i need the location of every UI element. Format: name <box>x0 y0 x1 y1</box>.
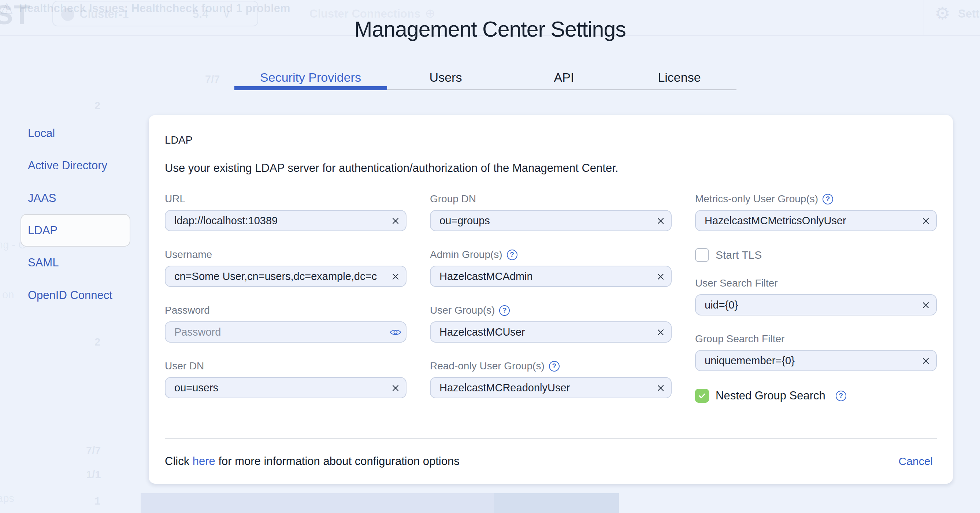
form-column-2: Group DN Admin Group(s)? Use <box>430 193 671 415</box>
nested-group-search-label: Nested Group Search <box>716 389 826 402</box>
background-text-fragment: aps <box>0 492 14 505</box>
tab-users[interactable]: Users <box>430 70 462 84</box>
sidebar-item-saml[interactable]: SAML <box>28 255 59 271</box>
sidebar-item-jaas[interactable]: JAAS <box>28 191 56 206</box>
username-input[interactable] <box>165 266 407 287</box>
field-label: User Group(s)? <box>430 304 671 317</box>
admin-groups-input[interactable] <box>430 266 671 287</box>
ldap-settings-card: LDAP Use your existing LDAP server for a… <box>149 115 953 484</box>
url-input[interactable] <box>165 210 407 231</box>
clear-icon[interactable] <box>920 300 932 311</box>
dimmed-background-page: ST Cluster-1 5.4 ∨ Cluster Connections⊕ … <box>0 0 980 17</box>
tab-license[interactable]: License <box>658 70 701 84</box>
background-table-band <box>494 493 619 513</box>
sidebar-item-ldap[interactable]: LDAP <box>28 223 57 238</box>
nested-group-search-row: Nested Group Search ? <box>695 389 937 403</box>
clear-icon[interactable] <box>655 271 667 282</box>
clear-icon[interactable] <box>390 271 401 282</box>
start-tls-row: Start TLS <box>695 248 937 262</box>
management-center-settings-screen: { "page": { "title": "Management Center … <box>0 0 980 513</box>
background-counter: 1/1 <box>86 468 101 481</box>
tab-api[interactable]: API <box>554 70 574 84</box>
form-column-3: Metrics-only User Group(s)? Start TLS Us… <box>695 193 937 415</box>
background-counter: 2 <box>94 336 100 348</box>
sidebar-item-active-directory[interactable]: Active Directory <box>28 158 107 173</box>
background-counter: 1 <box>94 495 100 507</box>
here-link[interactable]: here <box>192 455 215 468</box>
field-label: User Search Filter <box>695 277 937 290</box>
field-url: URL <box>165 193 407 231</box>
background-table-band <box>141 493 494 513</box>
background-counter: 2 <box>94 100 100 112</box>
field-group-search-filter: Group Search Filter <box>695 332 937 371</box>
start-tls-label: Start TLS <box>716 249 762 261</box>
help-icon[interactable]: ? <box>507 250 517 260</box>
user-groups-input[interactable] <box>430 321 671 343</box>
user-dn-input[interactable] <box>165 377 407 398</box>
help-icon[interactable]: ? <box>822 194 833 204</box>
clear-icon[interactable] <box>655 327 667 338</box>
field-label: Group Search Filter <box>695 332 937 346</box>
field-label: Password <box>165 304 407 317</box>
footer-divider <box>165 438 937 439</box>
clear-icon[interactable] <box>655 382 667 394</box>
group-dn-input[interactable] <box>430 210 671 231</box>
field-label: Username <box>165 248 407 261</box>
sidebar-item-local[interactable]: Local <box>28 126 55 141</box>
sidebar-item-openid-connect[interactable]: OpenID Connect <box>28 288 113 303</box>
help-icon[interactable]: ? <box>836 390 846 401</box>
background-text-fragment: on <box>2 289 14 301</box>
metrics-groups-input[interactable] <box>695 210 937 231</box>
field-user-search-filter: User Search Filter <box>695 277 937 315</box>
clear-icon[interactable] <box>390 215 401 227</box>
background-counter: 7/7 <box>205 73 220 85</box>
field-readonly-groups: Read-only User Group(s)? <box>430 360 671 398</box>
readonly-groups-input[interactable] <box>430 377 671 398</box>
panel-description: Use your existing LDAP server for authen… <box>165 162 937 175</box>
field-label: Admin Group(s)? <box>430 248 671 261</box>
more-info-text: Click here for more information about co… <box>165 455 460 468</box>
tab-security-providers[interactable]: Security Providers <box>260 70 361 84</box>
ldap-form: URL Username Password <box>165 193 937 415</box>
field-label: Read-only User Group(s)? <box>430 360 671 373</box>
cancel-button[interactable]: Cancel <box>899 455 933 468</box>
group-search-filter-input[interactable] <box>695 350 937 371</box>
page-title: Management Center Settings <box>0 17 980 42</box>
show-password-eye-icon[interactable] <box>390 327 401 338</box>
field-group-dn: Group DN <box>430 193 671 231</box>
field-user-dn: User DN <box>165 360 407 398</box>
clear-icon[interactable] <box>390 382 401 394</box>
password-input[interactable] <box>165 321 407 343</box>
start-tls-checkbox[interactable] <box>695 248 709 262</box>
field-label: Metrics-only User Group(s)? <box>695 193 937 206</box>
nested-group-search-checkbox[interactable] <box>695 389 709 403</box>
field-label: User DN <box>165 360 407 373</box>
background-counter: 7/7 <box>86 444 101 457</box>
field-user-groups: User Group(s)? <box>430 304 671 343</box>
field-username: Username <box>165 248 407 287</box>
field-label: Group DN <box>430 193 671 206</box>
clear-icon[interactable] <box>655 215 667 227</box>
form-column-1: URL Username Password <box>165 193 407 415</box>
help-icon[interactable]: ? <box>499 305 510 316</box>
active-tab-indicator <box>234 86 387 90</box>
user-search-filter-input[interactable] <box>695 294 937 315</box>
clear-icon[interactable] <box>920 215 932 227</box>
field-metrics-groups: Metrics-only User Group(s)? <box>695 193 937 231</box>
card-footer: Click here for more information about co… <box>165 447 933 476</box>
panel-heading: LDAP <box>165 134 937 146</box>
field-admin-groups: Admin Group(s)? <box>430 248 671 287</box>
field-label: URL <box>165 193 407 206</box>
field-password: Password <box>165 304 407 343</box>
settings-tabs: Security Providers Users API License <box>234 68 737 92</box>
help-icon[interactable]: ? <box>549 361 560 371</box>
clear-icon[interactable] <box>920 355 932 367</box>
